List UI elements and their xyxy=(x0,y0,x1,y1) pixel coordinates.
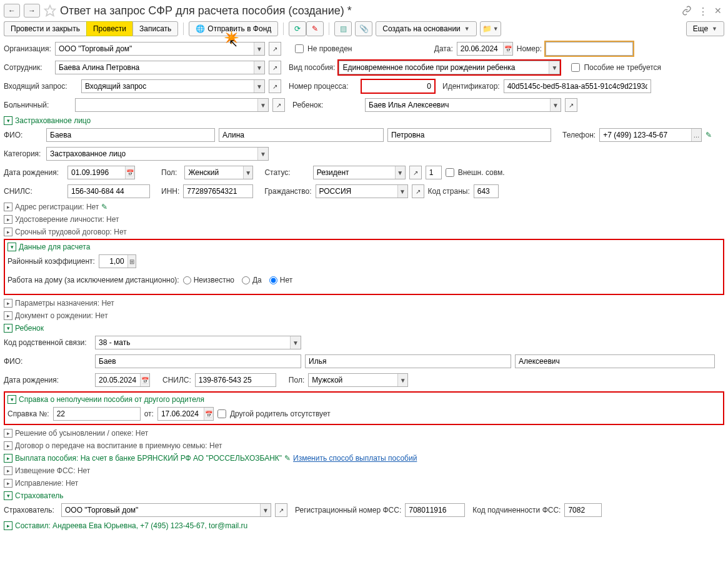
post-and-close-button[interactable]: Провести и закрыть xyxy=(4,21,86,36)
dropdown-button[interactable]: ▼ xyxy=(397,374,407,386)
calendar-button[interactable]: 📅 xyxy=(140,374,149,386)
dropdown-button[interactable]: ▼ xyxy=(254,80,264,93)
birth-date-input[interactable] xyxy=(68,166,125,179)
country-code-input[interactable] xyxy=(474,185,498,198)
insured-section-header[interactable]: ▾ Застрахованное лицо xyxy=(4,116,724,125)
payment-section[interactable]: ▸ Выплата пособия: На счет в банке БРЯНС… xyxy=(4,454,724,463)
dropdown-button[interactable]: ▼ xyxy=(397,185,407,198)
number-input[interactable] xyxy=(546,43,632,55)
external-checkbox[interactable] xyxy=(446,168,454,177)
phone-input[interactable] xyxy=(600,129,691,141)
open-ext-button[interactable]: ↗ xyxy=(565,98,577,112)
foster-section[interactable]: ▸ Договор о передаче на воспитание в при… xyxy=(4,441,724,450)
send-to-fund-button[interactable]: 🌐 Отправить в Фонд xyxy=(189,21,278,36)
forward-button[interactable]: → xyxy=(24,4,40,18)
calculator-button[interactable]: ⊞ xyxy=(127,255,136,268)
more-button[interactable]: Еще ▼ xyxy=(686,21,724,36)
post-button[interactable]: Провести xyxy=(86,21,132,36)
create-based-on-button[interactable]: Создать на основании ▼ xyxy=(376,21,476,36)
adoption-section[interactable]: ▸ Решение об усыновлении / опеке: Нет xyxy=(4,429,724,438)
more-button[interactable]: … xyxy=(691,129,701,141)
reg-number-input[interactable] xyxy=(406,504,464,516)
fss-notice-section[interactable]: ▸ Извещение ФСС: Нет xyxy=(4,466,724,475)
child-gender-input[interactable] xyxy=(309,374,397,386)
process-input[interactable] xyxy=(362,80,434,93)
folder-button[interactable]: 📁▼ xyxy=(480,21,501,36)
cert-date-input[interactable] xyxy=(158,408,204,420)
dropdown-button[interactable]: ▼ xyxy=(254,61,264,74)
child-input[interactable] xyxy=(366,99,550,111)
status-code-input[interactable] xyxy=(426,166,441,179)
child-snils-input[interactable] xyxy=(196,374,276,386)
open-ext-button[interactable]: ↗ xyxy=(272,98,285,112)
dropdown-button[interactable]: ▼ xyxy=(550,99,561,111)
edit-address-icon[interactable]: ✎ xyxy=(101,203,107,211)
insurer-input[interactable] xyxy=(62,504,260,516)
edit-payment-icon[interactable]: ✎ xyxy=(284,454,291,463)
radio-no[interactable]: Нет xyxy=(269,276,292,284)
patronymic-input[interactable] xyxy=(388,129,551,141)
address-section[interactable]: ▸ Адрес регистрации: Нет ✎ xyxy=(4,203,724,211)
other-parent-absent-checkbox[interactable] xyxy=(217,409,226,418)
child-section-header[interactable]: ▾ Ребенок xyxy=(4,324,724,333)
change-payment-link[interactable]: Изменить способ выплаты пособий xyxy=(293,454,417,463)
dropdown-button[interactable]: ▼ xyxy=(290,336,301,349)
snils-input[interactable] xyxy=(68,185,149,198)
more-menu-icon[interactable]: ⋮ xyxy=(698,6,708,16)
name-input[interactable] xyxy=(219,129,383,141)
dropdown-button[interactable]: ▼ xyxy=(260,504,271,516)
inn-input[interactable] xyxy=(184,185,252,198)
open-ext-button[interactable]: ↗ xyxy=(269,42,281,56)
organization-input[interactable] xyxy=(56,43,254,55)
sub-code-input[interactable] xyxy=(565,504,601,516)
certificate-section-header[interactable]: ▾ Справка о неполучении пособия от друго… xyxy=(7,395,721,404)
insurer-section-header[interactable]: ▾ Страхователь xyxy=(4,491,724,500)
gender-input[interactable] xyxy=(185,166,243,179)
category-input[interactable] xyxy=(47,148,257,160)
not-posted-checkbox[interactable] xyxy=(295,44,304,53)
coefficient-input[interactable] xyxy=(99,255,127,268)
dropdown-button[interactable]: ▼ xyxy=(549,61,559,74)
date-input[interactable] xyxy=(457,43,503,55)
correction-section[interactable]: ▸ Исправление: Нет xyxy=(4,479,724,488)
child-name-input[interactable] xyxy=(306,355,511,368)
author-section[interactable]: ▸ Составил: Андреева Ева Юрьевна, +7 (49… xyxy=(4,521,724,530)
sick-leave-input[interactable] xyxy=(76,99,257,111)
edit-phone-icon[interactable]: ✎ xyxy=(706,131,712,139)
link-icon[interactable] xyxy=(682,6,692,16)
open-ext-button[interactable]: ↗ xyxy=(269,61,281,74)
child-birth-input[interactable] xyxy=(96,374,140,386)
cert-num-input[interactable] xyxy=(54,408,140,420)
dropdown-button[interactable]: ▼ xyxy=(257,99,268,111)
contract-section[interactable]: ▸ Срочный трудовой договор: Нет xyxy=(4,228,724,236)
magic-button[interactable]: ✎ xyxy=(306,21,324,36)
status-input[interactable] xyxy=(314,166,395,179)
radio-yes[interactable]: Да xyxy=(242,276,262,284)
document-icon-button[interactable]: ▤ xyxy=(334,21,352,36)
relationship-input[interactable] xyxy=(96,336,290,349)
calc-section-header[interactable]: ▾ Данные для расчета xyxy=(7,243,721,251)
open-ext-button[interactable]: ↗ xyxy=(412,184,424,198)
incoming-input[interactable] xyxy=(82,80,254,93)
employee-input[interactable] xyxy=(56,61,254,74)
open-ext-button[interactable]: ↗ xyxy=(275,503,287,517)
birthdoc-section[interactable]: ▸ Документ о рождении: Нет xyxy=(4,311,724,320)
close-icon[interactable]: ✕ xyxy=(714,6,724,16)
child-surname-input[interactable] xyxy=(96,355,301,368)
surname-input[interactable] xyxy=(47,129,214,141)
back-button[interactable]: ← xyxy=(4,4,20,18)
dropdown-button[interactable]: ▼ xyxy=(243,166,252,179)
radio-unknown[interactable]: Неизвестно xyxy=(183,276,234,284)
save-button[interactable]: Записать xyxy=(132,21,178,36)
calendar-button[interactable]: 📅 xyxy=(125,166,134,179)
identity-section[interactable]: ▸ Удостоверение личности: Нет xyxy=(4,215,724,224)
attach-button[interactable]: 📎 xyxy=(355,21,372,36)
params-section[interactable]: ▸ Параметры назначения: Нет xyxy=(4,299,724,308)
open-ext-button[interactable]: ↗ xyxy=(409,166,422,179)
favorite-icon[interactable] xyxy=(44,4,56,17)
calendar-button[interactable]: 📅 xyxy=(503,43,512,55)
open-ext-button[interactable]: ↗ xyxy=(269,79,281,93)
benefit-not-needed-checkbox[interactable] xyxy=(571,63,580,72)
child-patronymic-input[interactable] xyxy=(516,355,714,368)
dropdown-button[interactable]: ▼ xyxy=(254,43,264,55)
